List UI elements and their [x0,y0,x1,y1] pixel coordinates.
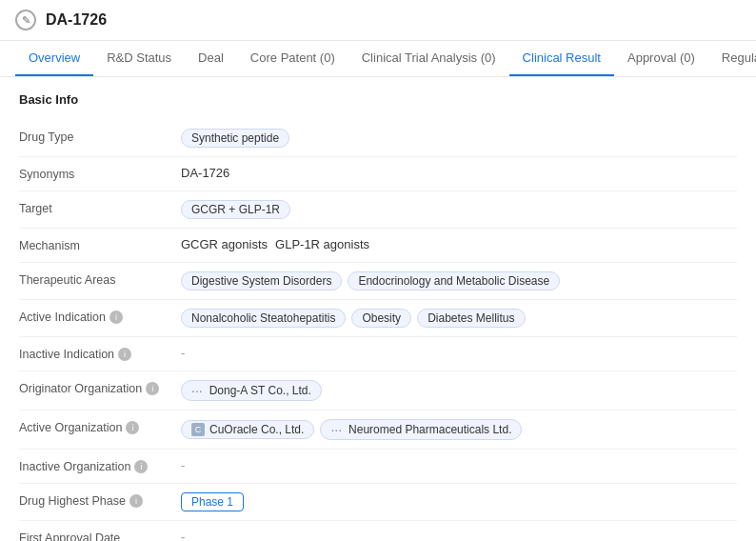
drug-header: ✎ DA-1726 [0,0,756,41]
tab-regulation[interactable]: Regulation (0) [708,41,756,76]
tab-clinical-result[interactable]: Clinical Result [509,41,614,76]
inactive-org-row: Inactive Organization i - [19,450,737,484]
first-approval-label: First Approval Date [19,530,181,541]
inactive-indication-value: - [181,346,737,360]
first-approval-value: - [181,530,737,541]
active-org-row: Active Organization i C CuOracle Co., Lt… [19,411,737,450]
indication-tag-1[interactable]: Nonalcoholic Steatohepatitis [181,309,346,328]
inactive-indication-label: Inactive Indication i [19,346,181,361]
target-tag[interactable]: GCGR + GLP-1R [181,200,290,219]
active-indication-row: Active Indication i Nonalcoholic Steatoh… [19,300,737,337]
section-title: Basic Info [19,92,737,107]
inactive-indication-row: Inactive Indication i - [19,337,737,371]
therapeutic-areas-label: Therapeutic Areas [19,271,181,287]
tab-clinical-trial[interactable]: Clinical Trial Analysis (0) [348,41,509,76]
therapeutic-tag-2[interactable]: Endocrinology and Metabolic Disease [348,271,560,291]
tab-overview[interactable]: Overview [15,41,93,76]
active-org-name-2: Neuromed Pharmaceuticals Ltd. [348,423,511,436]
highest-phase-info-icon[interactable]: i [129,494,143,508]
inactive-org-label: Inactive Organization i [19,458,181,473]
originator-org-label: Originator Organization i [19,380,181,395]
content-area: Basic Info Drug Type Synthetic peptide S… [0,77,756,541]
indication-tag-3[interactable]: Diabetes Mellitus [417,309,525,328]
highest-phase-value: Phase 1 [181,492,737,511]
indication-tag-2[interactable]: Obesity [351,309,411,328]
target-row: Target GCGR + GLP-1R [19,191,737,229]
mechanism-row: Mechanism GCGR agonists GLP-1R agonists [19,229,737,263]
target-value: GCGR + GLP-1R [181,200,737,219]
edit-icon[interactable]: ✎ [15,10,36,30]
first-approval-row: First Approval Date - [19,521,737,541]
mechanism-value: GCGR agonists GLP-1R agonists [181,237,737,251]
inactive-org-info-icon[interactable]: i [134,460,148,473]
drug-type-tag[interactable]: Synthetic peptide [181,129,289,148]
synonyms-label: Synonyms [19,166,181,181]
originator-org-tag[interactable]: ··· Dong-A ST Co., Ltd. [181,380,322,401]
active-org-tag-1[interactable]: C CuOracle Co., Ltd. [181,420,314,439]
therapeutic-areas-row: Therapeutic Areas Digestive System Disor… [19,263,737,300]
synonyms-row: Synonyms DA-1726 [19,157,737,191]
active-org-tag-2[interactable]: ··· Neuromed Pharmaceuticals Ltd. [320,419,522,440]
tab-core-patent[interactable]: Core Patent (0) [237,41,348,76]
active-indication-info-icon[interactable]: i [109,311,123,324]
active-org-name-1: CuOracle Co., Ltd. [209,423,304,436]
drug-title: DA-1726 [46,11,107,29]
originator-org-value: ··· Dong-A ST Co., Ltd. [181,380,737,401]
therapeutic-areas-value: Digestive System Disorders Endocrinology… [181,271,737,291]
phase-tag[interactable]: Phase 1 [181,492,244,511]
mechanism-label: Mechanism [19,237,181,252]
mechanism-item-1: GCGR agonists [181,237,268,251]
mechanism-item-2: GLP-1R agonists [275,237,369,251]
drug-type-row: Drug Type Synthetic peptide [19,120,737,157]
therapeutic-tag-1[interactable]: Digestive System Disorders [181,271,342,291]
target-label: Target [19,200,181,215]
inactive-indication-info-icon[interactable]: i [118,348,131,361]
active-indication-value: Nonalcoholic Steatohepatitis Obesity Dia… [181,309,737,328]
neuromed-org-dots: ··· [330,422,342,437]
cuoracle-icon: C [191,423,205,436]
active-org-info-icon[interactable]: i [126,421,139,434]
originator-org-row: Originator Organization i ··· Dong-A ST … [19,371,737,411]
highest-phase-label: Drug Highest Phase i [19,492,181,508]
active-indication-label: Active Indication i [19,309,181,324]
originator-org-name: Dong-A ST Co., Ltd. [209,384,311,397]
active-org-label: Active Organization i [19,419,181,434]
inactive-org-value: - [181,458,737,472]
app-container: ✎ DA-1726 Overview R&D Status Deal Core … [0,0,756,541]
tab-bar: Overview R&D Status Deal Core Patent (0)… [0,41,756,77]
highest-phase-row: Drug Highest Phase i Phase 1 [19,484,737,521]
drug-type-value: Synthetic peptide [181,129,737,148]
originator-org-info-icon[interactable]: i [146,382,159,395]
drug-type-label: Drug Type [19,129,181,144]
tab-deal[interactable]: Deal [185,41,237,76]
synonyms-value: DA-1726 [181,166,737,180]
tab-approval[interactable]: Approval (0) [614,41,708,76]
originator-org-dots: ··· [191,383,203,398]
tab-rd-status[interactable]: R&D Status [93,41,185,76]
active-org-value: C CuOracle Co., Ltd. ··· Neuromed Pharma… [181,419,737,440]
